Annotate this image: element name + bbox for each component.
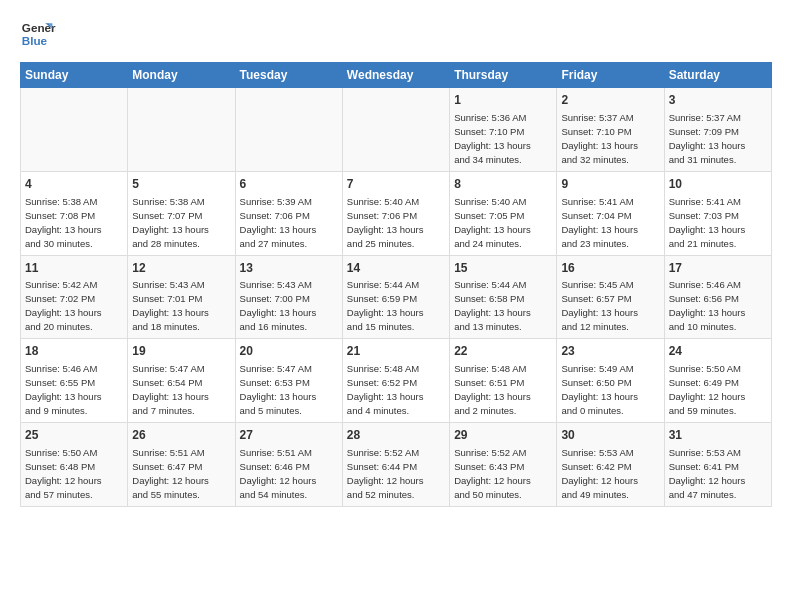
- calendar-cell: 3Sunrise: 5:37 AM Sunset: 7:09 PM Daylig…: [664, 88, 771, 172]
- day-info: Sunrise: 5:50 AM Sunset: 6:48 PM Dayligh…: [25, 447, 102, 500]
- calendar-cell: [21, 88, 128, 172]
- calendar-cell: 29Sunrise: 5:52 AM Sunset: 6:43 PM Dayli…: [450, 423, 557, 507]
- day-info: Sunrise: 5:44 AM Sunset: 6:59 PM Dayligh…: [347, 279, 424, 332]
- calendar-cell: 22Sunrise: 5:48 AM Sunset: 6:51 PM Dayli…: [450, 339, 557, 423]
- calendar-cell: 23Sunrise: 5:49 AM Sunset: 6:50 PM Dayli…: [557, 339, 664, 423]
- calendar-cell: 24Sunrise: 5:50 AM Sunset: 6:49 PM Dayli…: [664, 339, 771, 423]
- day-info: Sunrise: 5:53 AM Sunset: 6:42 PM Dayligh…: [561, 447, 638, 500]
- day-number: 6: [240, 176, 338, 193]
- calendar-cell: 10Sunrise: 5:41 AM Sunset: 7:03 PM Dayli…: [664, 171, 771, 255]
- svg-text:Blue: Blue: [22, 34, 48, 47]
- day-info: Sunrise: 5:51 AM Sunset: 6:46 PM Dayligh…: [240, 447, 317, 500]
- page: General Blue SundayMondayTuesdayWednesda…: [0, 0, 792, 517]
- calendar-cell: 13Sunrise: 5:43 AM Sunset: 7:00 PM Dayli…: [235, 255, 342, 339]
- week-row-4: 18Sunrise: 5:46 AM Sunset: 6:55 PM Dayli…: [21, 339, 772, 423]
- week-row-1: 1Sunrise: 5:36 AM Sunset: 7:10 PM Daylig…: [21, 88, 772, 172]
- day-number: 12: [132, 260, 230, 277]
- day-info: Sunrise: 5:36 AM Sunset: 7:10 PM Dayligh…: [454, 112, 531, 165]
- week-row-3: 11Sunrise: 5:42 AM Sunset: 7:02 PM Dayli…: [21, 255, 772, 339]
- day-number: 20: [240, 343, 338, 360]
- calendar-cell: 12Sunrise: 5:43 AM Sunset: 7:01 PM Dayli…: [128, 255, 235, 339]
- calendar-cell: 11Sunrise: 5:42 AM Sunset: 7:02 PM Dayli…: [21, 255, 128, 339]
- day-number: 22: [454, 343, 552, 360]
- day-info: Sunrise: 5:48 AM Sunset: 6:51 PM Dayligh…: [454, 363, 531, 416]
- day-info: Sunrise: 5:43 AM Sunset: 7:01 PM Dayligh…: [132, 279, 209, 332]
- calendar-cell: 20Sunrise: 5:47 AM Sunset: 6:53 PM Dayli…: [235, 339, 342, 423]
- day-info: Sunrise: 5:51 AM Sunset: 6:47 PM Dayligh…: [132, 447, 209, 500]
- weekday-header-sunday: Sunday: [21, 63, 128, 88]
- day-number: 15: [454, 260, 552, 277]
- day-info: Sunrise: 5:37 AM Sunset: 7:10 PM Dayligh…: [561, 112, 638, 165]
- calendar-cell: 30Sunrise: 5:53 AM Sunset: 6:42 PM Dayli…: [557, 423, 664, 507]
- calendar-cell: 16Sunrise: 5:45 AM Sunset: 6:57 PM Dayli…: [557, 255, 664, 339]
- day-info: Sunrise: 5:42 AM Sunset: 7:02 PM Dayligh…: [25, 279, 102, 332]
- day-info: Sunrise: 5:48 AM Sunset: 6:52 PM Dayligh…: [347, 363, 424, 416]
- calendar-cell: [235, 88, 342, 172]
- weekday-header-saturday: Saturday: [664, 63, 771, 88]
- calendar-cell: 9Sunrise: 5:41 AM Sunset: 7:04 PM Daylig…: [557, 171, 664, 255]
- calendar-cell: [128, 88, 235, 172]
- day-info: Sunrise: 5:38 AM Sunset: 7:08 PM Dayligh…: [25, 196, 102, 249]
- day-info: Sunrise: 5:50 AM Sunset: 6:49 PM Dayligh…: [669, 363, 746, 416]
- day-number: 19: [132, 343, 230, 360]
- calendar-cell: 4Sunrise: 5:38 AM Sunset: 7:08 PM Daylig…: [21, 171, 128, 255]
- day-info: Sunrise: 5:41 AM Sunset: 7:03 PM Dayligh…: [669, 196, 746, 249]
- day-number: 13: [240, 260, 338, 277]
- day-info: Sunrise: 5:43 AM Sunset: 7:00 PM Dayligh…: [240, 279, 317, 332]
- weekday-header-monday: Monday: [128, 63, 235, 88]
- day-info: Sunrise: 5:38 AM Sunset: 7:07 PM Dayligh…: [132, 196, 209, 249]
- calendar-cell: 5Sunrise: 5:38 AM Sunset: 7:07 PM Daylig…: [128, 171, 235, 255]
- day-info: Sunrise: 5:47 AM Sunset: 6:54 PM Dayligh…: [132, 363, 209, 416]
- day-info: Sunrise: 5:46 AM Sunset: 6:55 PM Dayligh…: [25, 363, 102, 416]
- calendar-cell: 17Sunrise: 5:46 AM Sunset: 6:56 PM Dayli…: [664, 255, 771, 339]
- calendar-cell: 15Sunrise: 5:44 AM Sunset: 6:58 PM Dayli…: [450, 255, 557, 339]
- week-row-5: 25Sunrise: 5:50 AM Sunset: 6:48 PM Dayli…: [21, 423, 772, 507]
- day-info: Sunrise: 5:40 AM Sunset: 7:05 PM Dayligh…: [454, 196, 531, 249]
- day-info: Sunrise: 5:41 AM Sunset: 7:04 PM Dayligh…: [561, 196, 638, 249]
- day-info: Sunrise: 5:39 AM Sunset: 7:06 PM Dayligh…: [240, 196, 317, 249]
- calendar-cell: 26Sunrise: 5:51 AM Sunset: 6:47 PM Dayli…: [128, 423, 235, 507]
- calendar-cell: 27Sunrise: 5:51 AM Sunset: 6:46 PM Dayli…: [235, 423, 342, 507]
- calendar-cell: 18Sunrise: 5:46 AM Sunset: 6:55 PM Dayli…: [21, 339, 128, 423]
- logo: General Blue: [20, 16, 56, 52]
- day-info: Sunrise: 5:46 AM Sunset: 6:56 PM Dayligh…: [669, 279, 746, 332]
- day-info: Sunrise: 5:47 AM Sunset: 6:53 PM Dayligh…: [240, 363, 317, 416]
- day-number: 27: [240, 427, 338, 444]
- day-number: 25: [25, 427, 123, 444]
- calendar-cell: 8Sunrise: 5:40 AM Sunset: 7:05 PM Daylig…: [450, 171, 557, 255]
- week-row-2: 4Sunrise: 5:38 AM Sunset: 7:08 PM Daylig…: [21, 171, 772, 255]
- day-number: 1: [454, 92, 552, 109]
- day-number: 5: [132, 176, 230, 193]
- header: General Blue: [20, 16, 772, 52]
- day-info: Sunrise: 5:53 AM Sunset: 6:41 PM Dayligh…: [669, 447, 746, 500]
- calendar-cell: 2Sunrise: 5:37 AM Sunset: 7:10 PM Daylig…: [557, 88, 664, 172]
- day-number: 23: [561, 343, 659, 360]
- day-info: Sunrise: 5:52 AM Sunset: 6:44 PM Dayligh…: [347, 447, 424, 500]
- day-number: 18: [25, 343, 123, 360]
- day-number: 8: [454, 176, 552, 193]
- weekday-header-wednesday: Wednesday: [342, 63, 449, 88]
- day-number: 7: [347, 176, 445, 193]
- day-number: 28: [347, 427, 445, 444]
- day-number: 17: [669, 260, 767, 277]
- calendar-cell: 25Sunrise: 5:50 AM Sunset: 6:48 PM Dayli…: [21, 423, 128, 507]
- day-number: 29: [454, 427, 552, 444]
- day-info: Sunrise: 5:45 AM Sunset: 6:57 PM Dayligh…: [561, 279, 638, 332]
- day-number: 11: [25, 260, 123, 277]
- day-info: Sunrise: 5:52 AM Sunset: 6:43 PM Dayligh…: [454, 447, 531, 500]
- day-number: 24: [669, 343, 767, 360]
- day-number: 2: [561, 92, 659, 109]
- day-info: Sunrise: 5:49 AM Sunset: 6:50 PM Dayligh…: [561, 363, 638, 416]
- weekday-header-friday: Friday: [557, 63, 664, 88]
- calendar-cell: 1Sunrise: 5:36 AM Sunset: 7:10 PM Daylig…: [450, 88, 557, 172]
- day-number: 4: [25, 176, 123, 193]
- day-number: 16: [561, 260, 659, 277]
- calendar-cell: 7Sunrise: 5:40 AM Sunset: 7:06 PM Daylig…: [342, 171, 449, 255]
- calendar-cell: 14Sunrise: 5:44 AM Sunset: 6:59 PM Dayli…: [342, 255, 449, 339]
- day-info: Sunrise: 5:37 AM Sunset: 7:09 PM Dayligh…: [669, 112, 746, 165]
- day-number: 31: [669, 427, 767, 444]
- calendar-cell: 28Sunrise: 5:52 AM Sunset: 6:44 PM Dayli…: [342, 423, 449, 507]
- day-number: 21: [347, 343, 445, 360]
- svg-text:General: General: [22, 21, 56, 34]
- day-info: Sunrise: 5:40 AM Sunset: 7:06 PM Dayligh…: [347, 196, 424, 249]
